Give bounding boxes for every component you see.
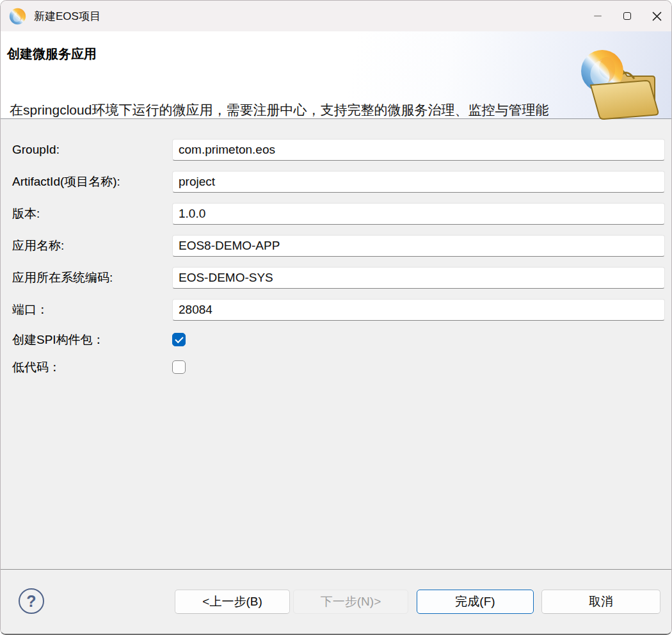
system-code-input[interactable] (172, 267, 665, 289)
new-eos-project-dialog: 新建EOS项目 创建微服务应用 在springcloud环境下运行的微应用，需要… (0, 0, 672, 635)
eos-logo-icon (9, 8, 26, 25)
next-button[interactable]: 下一步(N)> (293, 590, 408, 614)
close-icon (652, 12, 662, 21)
form-row-spi-package: 创建SPI构件包： (12, 326, 665, 353)
lowcode-checkbox[interactable] (172, 360, 186, 374)
open-folder-icon (574, 45, 662, 124)
maximize-icon (623, 12, 631, 20)
port-label: 端口： (12, 301, 172, 318)
maximize-button[interactable] (612, 1, 642, 31)
spi-package-checkbox[interactable] (172, 333, 186, 346)
wizard-header: 创建微服务应用 在springcloud环境下运行的微应用，需要注册中心，支持完… (1, 31, 671, 119)
title-bar: 新建EOS项目 (1, 1, 671, 31)
port-input[interactable] (172, 299, 665, 321)
back-button[interactable]: <上一步(B) (175, 590, 290, 614)
system-code-label: 应用所在系统编码: (12, 269, 172, 286)
lowcode-label: 低代码： (12, 359, 172, 376)
artifactid-input[interactable] (172, 171, 665, 193)
window-title: 新建EOS项目 (34, 9, 100, 24)
project-form: GroupId: ArtifactId(项目名称): 版本: 应用名称: 应用所… (1, 120, 671, 569)
button-bar: ? <上一步(B) 下一步(N)> 完成(F) 取消 (1, 569, 671, 634)
version-label: 版本: (12, 205, 172, 222)
artifactid-label: ArtifactId(项目名称): (12, 173, 172, 190)
app-name-label: 应用名称: (12, 237, 172, 254)
groupid-input[interactable] (172, 139, 665, 161)
question-mark-icon: ? (26, 592, 36, 611)
minimize-icon (594, 15, 602, 17)
app-name-input[interactable] (172, 235, 665, 257)
minimize-button[interactable] (583, 1, 612, 31)
finish-button[interactable]: 完成(F) (417, 590, 534, 614)
form-row-lowcode: 低代码： (12, 353, 665, 381)
wizard-title: 创建微服务应用 (7, 45, 97, 63)
version-input[interactable] (172, 203, 665, 225)
window-controls (583, 1, 671, 31)
help-button[interactable]: ? (19, 588, 44, 614)
groupid-label: GroupId: (12, 143, 172, 157)
form-row-artifactid: ArtifactId(项目名称): (12, 166, 665, 198)
cancel-button[interactable]: 取消 (541, 590, 660, 614)
form-row-version: 版本: (12, 198, 665, 230)
form-row-app-name: 应用名称: (12, 230, 665, 262)
form-row-system-code: 应用所在系统编码: (12, 262, 665, 294)
form-row-port: 端口： (12, 294, 665, 326)
close-button[interactable] (642, 1, 671, 31)
form-row-groupid: GroupId: (12, 134, 665, 166)
spi-package-label: 创建SPI构件包： (12, 332, 172, 348)
